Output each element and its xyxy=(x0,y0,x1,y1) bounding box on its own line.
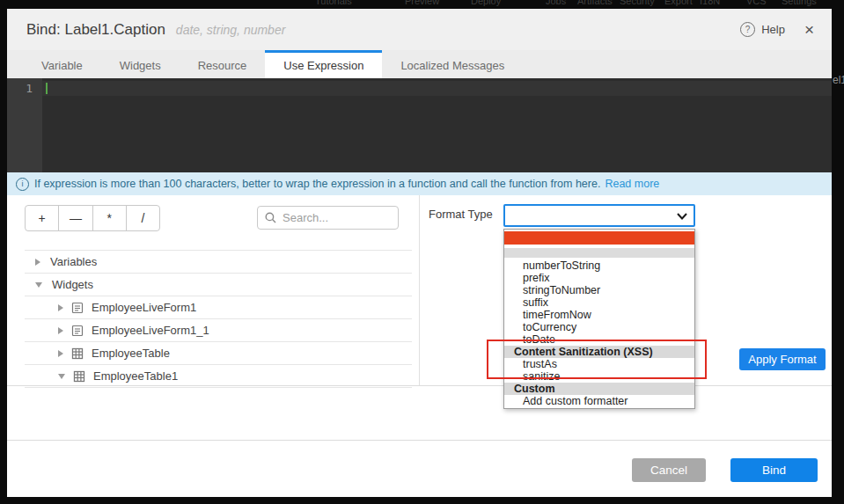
dialog-title: Bind: Label1.Caption xyxy=(26,21,165,39)
divide-operator-button[interactable]: / xyxy=(127,206,159,230)
tree-item-employeetable1[interactable]: EmployeeTable1 xyxy=(25,365,412,388)
table-icon xyxy=(71,347,84,360)
tab-variable[interactable]: Variable xyxy=(23,50,101,78)
info-message: If expression is more than 100 character… xyxy=(34,178,600,190)
tree-item-employeeliveform1-1[interactable]: EmployeeLiveForm1_1 xyxy=(25,319,412,342)
format-type-dropdown-list: numberToString prefix stringToNumber suf… xyxy=(503,229,695,409)
help-icon[interactable]: ? xyxy=(740,22,755,37)
background-edge-left xyxy=(0,0,7,504)
plus-operator-button[interactable]: + xyxy=(26,206,59,230)
table-icon xyxy=(73,370,85,383)
chevron-right-icon[interactable] xyxy=(58,327,63,334)
bind-dialog: Bind: Label1.Caption date, string, numbe… xyxy=(7,9,832,497)
dropdown-option-timefromnow[interactable]: timeFromNow xyxy=(504,309,694,321)
background-edge-right: el1 xyxy=(832,0,844,504)
tab-widgets[interactable]: Widgets xyxy=(101,50,180,78)
dropdown-option-add-custom-formatter[interactable]: Add custom formatter xyxy=(504,395,694,407)
search-icon xyxy=(265,212,276,223)
cancel-button[interactable]: Cancel xyxy=(632,458,706,482)
chevron-right-icon[interactable] xyxy=(35,259,40,266)
dropdown-option-blank-highlighted[interactable] xyxy=(504,231,694,245)
dropdown-option-prefix[interactable]: prefix xyxy=(504,272,694,284)
background-menu-item: Export xyxy=(664,0,693,6)
dropdown-option-suffix[interactable]: suffix xyxy=(504,296,694,309)
dialog-tabbar: Variable Widgets Resource Use Expression… xyxy=(7,50,832,78)
editor-active-line xyxy=(42,81,832,96)
dialog-subtitle: date, string, number xyxy=(176,23,286,37)
chevron-right-icon[interactable] xyxy=(58,350,63,357)
binding-source-tree: Variables Widgets EmployeeLiveForm1 Empl… xyxy=(25,250,412,388)
dropdown-option-numbertostring[interactable]: numberToString xyxy=(504,259,694,272)
form-icon xyxy=(71,302,84,314)
dropdown-group-custom: Custom xyxy=(504,383,694,395)
tree-item-variables[interactable]: Variables xyxy=(25,251,412,274)
chevron-down-icon xyxy=(677,213,687,220)
apply-format-button[interactable]: Apply Format xyxy=(739,348,826,370)
annotation-highlight-rectangle xyxy=(487,340,707,379)
footer-divider xyxy=(7,440,832,441)
editor-caret xyxy=(46,83,48,94)
minus-operator-button[interactable]: — xyxy=(59,206,92,230)
background-menu-item: Security xyxy=(620,0,655,6)
bind-button[interactable]: Bind xyxy=(730,458,818,482)
background-menu-item: Jobs xyxy=(546,0,566,6)
background-menu-item: Tutorials xyxy=(315,0,352,6)
panel-divider-vertical xyxy=(419,195,420,385)
search-box xyxy=(257,206,399,230)
background-menu-item: Preview xyxy=(405,0,439,6)
chevron-down-icon[interactable] xyxy=(35,282,42,288)
tab-resource[interactable]: Resource xyxy=(180,50,266,78)
dropdown-group-header-blank xyxy=(504,248,694,258)
dropdown-option-stringtonumber[interactable]: stringToNumber xyxy=(504,284,694,296)
format-type-select[interactable] xyxy=(503,204,695,227)
format-type-label: Format Type xyxy=(429,208,493,221)
read-more-link[interactable]: Read more xyxy=(605,178,659,190)
background-app-menubar: Tutorials Preview Deploy Jobs Artifacts … xyxy=(0,0,844,9)
tab-use-expression[interactable]: Use Expression xyxy=(265,50,382,78)
background-menu-item: I18N xyxy=(700,0,720,6)
tree-item-widgets[interactable]: Widgets xyxy=(25,274,412,296)
background-menu-item: Artifacts xyxy=(577,0,613,6)
multiply-operator-button[interactable]: * xyxy=(93,206,127,230)
background-menu-item: Deploy xyxy=(471,0,501,6)
search-input[interactable] xyxy=(281,210,390,225)
chevron-right-icon[interactable] xyxy=(58,304,63,311)
tree-item-employeeliveform1[interactable]: EmployeeLiveForm1 xyxy=(25,296,412,319)
editor-line-number: 1 xyxy=(26,82,33,95)
chevron-down-icon[interactable] xyxy=(58,374,65,379)
dropdown-option-tocurrency[interactable]: toCurrency xyxy=(504,321,694,333)
expression-editor[interactable]: 1 xyxy=(7,78,832,172)
close-icon[interactable]: × xyxy=(804,21,814,38)
info-icon: i xyxy=(16,178,29,191)
background-edge-bottom xyxy=(0,497,844,504)
dialog-header: Bind: Label1.Caption date, string, numbe… xyxy=(7,9,832,50)
form-icon xyxy=(71,325,84,337)
background-text-fragment: el1 xyxy=(833,74,844,86)
background-menu-item: Settings xyxy=(782,0,817,6)
operator-button-group: + — * / xyxy=(25,205,160,231)
tab-localized-messages[interactable]: Localized Messages xyxy=(382,50,523,78)
editor-gutter: 1 xyxy=(7,78,42,172)
dialog-body: + — * / Variables Widgets xyxy=(7,195,832,440)
background-menu-item: VCS xyxy=(746,0,767,6)
info-bar: i If expression is more than 100 charact… xyxy=(7,172,832,195)
tree-item-employeetable[interactable]: EmployeeTable xyxy=(25,342,412,365)
help-link[interactable]: Help xyxy=(761,23,785,36)
